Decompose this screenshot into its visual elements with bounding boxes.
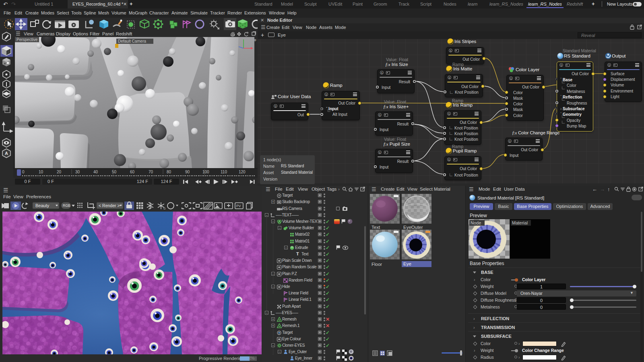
- svg-text:30: 30: [75, 170, 80, 174]
- svg-text:RGB: RGB: [63, 204, 70, 208]
- svg-text:20: 20: [57, 170, 62, 174]
- svg-text:Beauty: Beauty: [35, 203, 50, 208]
- svg-text:120: 120: [239, 170, 246, 174]
- svg-text:90: 90: [185, 170, 190, 174]
- svg-text:50: 50: [112, 170, 117, 174]
- svg-text:Default Camera: Default Camera: [118, 39, 146, 43]
- svg-text:Perspective: Perspective: [17, 37, 38, 42]
- svg-text:40: 40: [93, 170, 98, 174]
- svg-text:0: 0: [22, 170, 25, 174]
- svg-text:< Render >: < Render >: [99, 203, 120, 208]
- svg-text:10: 10: [39, 170, 43, 174]
- svg-text:60: 60: [130, 170, 135, 174]
- svg-text:80: 80: [167, 170, 171, 174]
- svg-text:110: 110: [221, 170, 227, 174]
- svg-text:PV: PV: [236, 204, 241, 208]
- svg-text:70: 70: [149, 170, 153, 174]
- svg-text:A: A: [5, 151, 8, 156]
- svg-text:G: G: [163, 207, 165, 210]
- svg-text:100: 100: [202, 170, 209, 174]
